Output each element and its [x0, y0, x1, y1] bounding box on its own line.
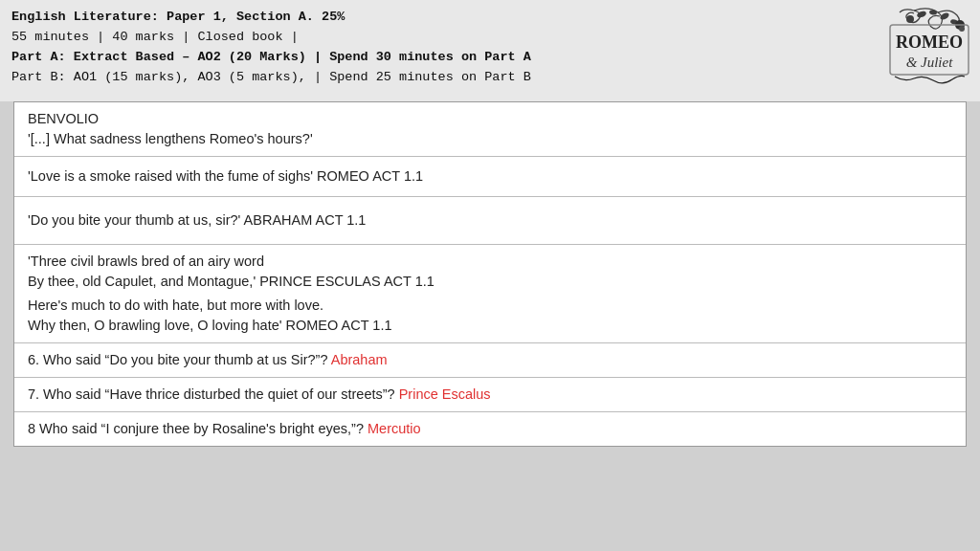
- quote-bite-thumb: 'Do you bite your thumb at us, sir?' ABR…: [28, 210, 366, 231]
- benvolio-quote: '[...] What sadness lengthens Romeo's ho…: [28, 129, 952, 149]
- svg-point-6: [959, 26, 965, 32]
- question-7-prefix: 7. Who said “Have thrice disturbed the q…: [28, 386, 399, 402]
- content-row-2: 'Love is a smoke raised with the fume of…: [14, 157, 966, 197]
- answer-7: Prince Escalus: [399, 386, 491, 402]
- header-text-block: English Literature: Paper 1, Section A. …: [11, 8, 531, 88]
- content-row-8: 8 Who said “I conjure thee by Rosaline's…: [14, 412, 966, 446]
- question-8-prefix: 8 Who said “I conjure thee by Rosaline's…: [28, 421, 368, 436]
- content-row-1: BENVOLIO '[...] What sadness lengthens R…: [14, 102, 966, 157]
- juliet-text: & Juliet: [905, 55, 953, 70]
- quote-three-civil-line1: 'Three civil brawls bred of an airy word: [28, 252, 952, 272]
- header-line2: 55 minutes | 40 marks | Closed book |: [11, 28, 531, 48]
- header-line3: Part A: Extract Based – AO2 (20 Marks) |…: [11, 48, 531, 68]
- svg-point-0: [916, 10, 926, 18]
- content-row-7: 7. Who said “Have thrice disturbed the q…: [14, 378, 966, 412]
- svg-point-1: [928, 10, 937, 15]
- page-header: English Literature: Paper 1, Section A. …: [0, 0, 980, 101]
- romeo-juliet-logo: ROMEO & Juliet: [839, 8, 969, 94]
- quote-love-smoke: 'Love is a smoke raised with the fume of…: [28, 166, 423, 187]
- answer-8: Mercutio: [368, 421, 421, 436]
- content-row-6: 6. Who said “Do you bite your thumb at u…: [14, 343, 966, 378]
- quote-three-civil-line2: By thee, old Capulet, and Montague,' PRI…: [28, 272, 952, 292]
- content-row-3: 'Do you bite your thumb at us, sir?' ABR…: [14, 197, 966, 245]
- header-line4: Part B: AO1 (15 marks), AO3 (5 marks), |…: [11, 68, 531, 88]
- svg-point-2: [939, 11, 950, 21]
- answer-6: Abraham: [331, 352, 388, 367]
- svg-point-4: [906, 15, 914, 23]
- quote-brawling-love-line1: Here's much to do with hate, but more wi…: [28, 296, 952, 316]
- romeo-text: ROMEO: [896, 33, 963, 52]
- quote-brawling-love-line2: Why then, O brawling love, O loving hate…: [28, 316, 952, 336]
- content-row-5: Here's much to do with hate, but more wi…: [14, 294, 966, 343]
- logo-svg: ROMEO & Juliet: [837, 8, 971, 94]
- header-line1: English Literature: Paper 1, Section A. …: [11, 8, 531, 28]
- question-6-prefix: 6. Who said “Do you bite your thumb at u…: [28, 352, 331, 367]
- benvolio-label: BENVOLIO: [28, 109, 952, 129]
- content-row-4: 'Three civil brawls bred of an airy word…: [14, 245, 966, 294]
- main-content-table: BENVOLIO '[...] What sadness lengthens R…: [13, 101, 967, 447]
